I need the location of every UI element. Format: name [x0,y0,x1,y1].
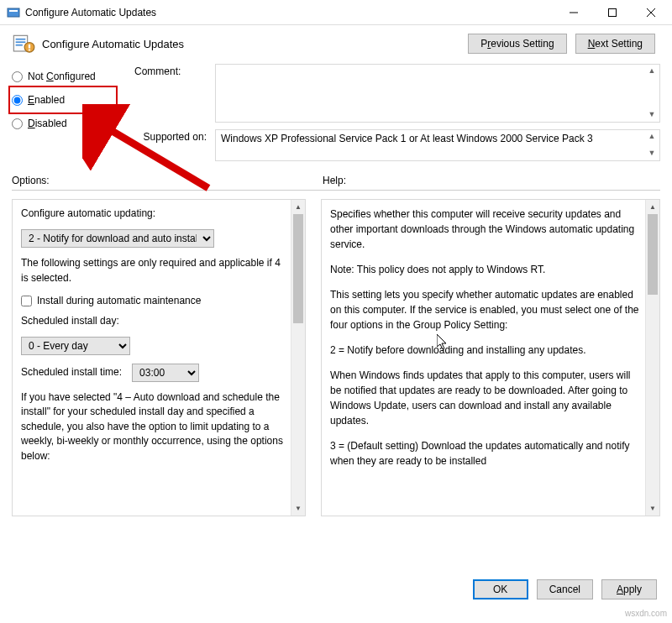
help-scrollbar[interactable]: ▲ ▼ [645,200,659,516]
svg-rect-8 [16,42,26,44]
help-pane: Specifies whether this computer will rec… [321,199,660,516]
svg-rect-0 [8,8,19,17]
help-text: This setting lets you specify whether au… [330,287,643,332]
policy-title: Configure Automatic Updates [42,38,468,50]
next-setting-button[interactable]: Next Setting [575,34,655,54]
configure-updating-combo[interactable]: 2 - Notify for download and auto install [21,229,214,248]
scheduled-time-label: Scheduled install time: [21,365,122,380]
comment-textbox[interactable]: ▲ ▼ [215,64,660,123]
scroll-up-icon[interactable]: ▲ [291,200,305,214]
options-label: Options: [12,175,323,186]
title-bar: Configure Automatic Updates [0,0,672,25]
radio-enabled-input[interactable] [12,95,23,106]
supported-label: Supported on: [134,129,210,143]
help-text: Specifies whether this computer will rec… [330,207,643,252]
radio-not-configured[interactable]: Not Configured [12,71,129,82]
previous-setting-button[interactable]: Previous Setting [468,34,566,54]
help-label: Help: [323,175,660,186]
scroll-down-icon[interactable]: ▼ [646,501,659,516]
state-radios: Not Configured Enabled Disabled [12,64,129,141]
scrollbar-thumb[interactable] [648,214,658,295]
options-note-2: If you have selected "4 – Auto download … [21,390,288,463]
separator [12,190,660,191]
scroll-down-icon[interactable]: ▼ [291,501,305,516]
scroll-up-icon[interactable]: ▲ [646,200,659,214]
svg-rect-3 [609,8,617,16]
header: Configure Automatic Updates Previous Set… [0,25,672,59]
help-text: When Windows finds updates that apply to… [330,368,643,428]
lower-panes: Configure automatic updating: 2 - Notify… [0,192,672,516]
svg-rect-12 [29,50,30,51]
ok-button[interactable]: OK [473,579,528,599]
install-maintenance-checkbox[interactable] [21,296,32,306]
top-boxes-col: ▲ ▼ Windows XP Professional Service Pack… [215,64,660,161]
svg-rect-9 [16,44,23,46]
scheduled-day-combo[interactable]: 0 - Every day [21,337,130,355]
scrollbar-thumb[interactable] [293,214,303,323]
supported-on-text: Windows XP Professional Service Pack 1 o… [221,133,593,144]
cancel-button[interactable]: Cancel [537,579,593,599]
scheduled-day-label: Scheduled install day: [21,314,288,328]
scroll-down-icon[interactable]: ▼ [647,149,657,159]
scroll-down-icon[interactable]: ▼ [647,110,657,120]
radio-disabled[interactable]: Disabled [12,118,129,129]
comment-label: Comment: [134,64,210,129]
scheduled-time-combo[interactable]: 03:00 [132,364,199,382]
policy-icon [12,34,35,54]
help-text: Note: This policy does not apply to Wind… [330,262,643,277]
minimize-button[interactable] [554,0,593,25]
help-text: 3 = (Default setting) Download the updat… [330,438,643,469]
pane-labels: Options: Help: [0,168,672,188]
options-pane: Configure automatic updating: 2 - Notify… [12,199,306,516]
dialog-buttons: OK Cancel Apply [473,579,657,599]
install-maintenance-checkbox-row[interactable]: Install during automatic maintenance [21,294,288,308]
radio-disabled-input[interactable] [12,118,23,129]
window-title: Configure Automatic Updates [25,7,554,18]
install-maintenance-label: Install during automatic maintenance [37,294,201,308]
scroll-up-icon[interactable]: ▲ [647,132,657,142]
radio-enabled[interactable]: Enabled [12,94,129,106]
options-scrollbar[interactable]: ▲ ▼ [291,200,305,516]
maximize-button[interactable] [593,0,632,25]
close-button[interactable] [632,0,670,25]
radio-not-configured-input[interactable] [12,71,23,82]
options-note-1: The following settings are only required… [21,256,288,285]
top-config-area: Not Configured Enabled Disabled Comment:… [0,59,672,168]
svg-rect-11 [29,44,30,49]
help-text: 2 = Notify before downloading and instal… [330,343,643,358]
configure-updating-label: Configure automatic updating: [21,207,288,221]
supported-on-box: Windows XP Professional Service Pack 1 o… [215,129,660,161]
watermark: wsxdn.com [625,609,667,618]
top-labels-col: Comment: Supported on: [134,64,210,143]
app-icon [7,6,20,19]
svg-rect-7 [16,39,26,40]
apply-button[interactable]: Apply [601,579,657,599]
scroll-up-icon[interactable]: ▲ [647,66,657,76]
svg-rect-1 [9,10,18,12]
